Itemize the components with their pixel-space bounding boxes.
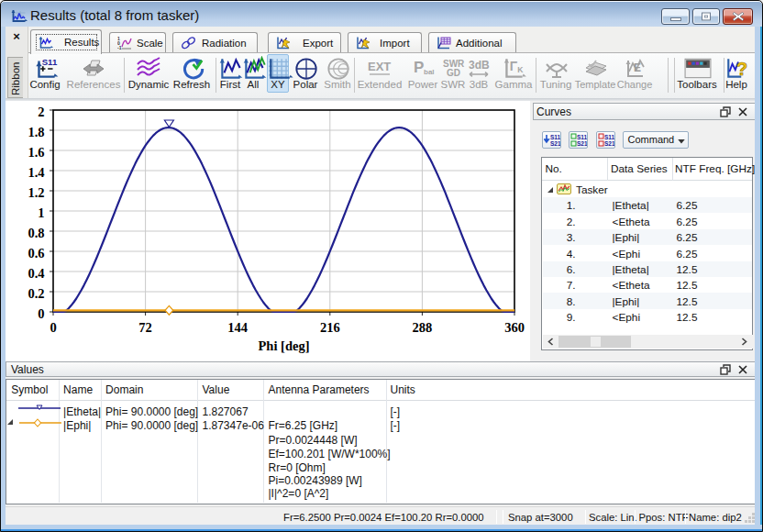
svg-text:GD: GD [447, 68, 460, 78]
svg-text:P: P [414, 59, 424, 76]
svg-text:bal: bal [424, 68, 435, 76]
svg-text:1.6: 1.6 [28, 145, 44, 160]
svg-text:72: 72 [138, 320, 152, 335]
svg-text:S21: S21 [550, 140, 560, 147]
svg-text:0.2: 0.2 [28, 286, 44, 301]
svg-text:216: 216 [320, 320, 340, 335]
svg-text:E: E [634, 61, 641, 74]
svg-text:1: 1 [38, 205, 44, 220]
svg-text:S11: S11 [42, 57, 58, 67]
svg-text:144: 144 [227, 320, 248, 335]
svg-text:0.4: 0.4 [28, 266, 44, 281]
svg-text:?: ? [736, 60, 747, 80]
svg-text:2: 2 [38, 105, 44, 119]
svg-text:0: 0 [38, 306, 44, 321]
svg-text:0.6: 0.6 [28, 246, 44, 260]
svg-text:288: 288 [413, 320, 433, 335]
svg-text:S11: S11 [604, 134, 614, 140]
svg-text:S21: S21 [604, 140, 614, 147]
svg-text:0: 0 [50, 320, 56, 335]
svg-text:-1: -1 [117, 45, 122, 50]
svg-text:S11: S11 [550, 134, 560, 140]
svg-text:Phi [deg]: Phi [deg] [259, 338, 310, 353]
svg-text:1.2: 1.2 [28, 185, 44, 200]
svg-text:1.4: 1.4 [28, 165, 44, 180]
svg-text:EXT: EXT [368, 60, 391, 73]
svg-text:S21: S21 [577, 140, 587, 147]
svg-text:S11: S11 [577, 134, 587, 140]
svg-text:K: K [517, 65, 524, 74]
svg-text:3dB: 3dB [469, 59, 490, 72]
svg-text:0.8: 0.8 [28, 226, 44, 240]
svg-text:1.8: 1.8 [28, 125, 44, 139]
svg-text:360: 360 [504, 320, 525, 335]
